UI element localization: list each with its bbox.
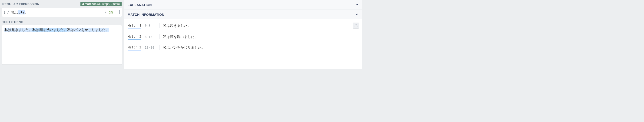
match-label: Match 3	[128, 45, 141, 50]
test-match-2: 私は顔を洗いました。	[32, 28, 67, 32]
test-string-title: TEST STRING	[0, 17, 124, 25]
regex-open-delimiter: /	[7, 10, 9, 15]
regex-section-title: REGULAR EXPRESSION	[2, 2, 40, 6]
regex-input-bar[interactable]: / 私は.+?。 / gm	[2, 8, 122, 17]
test-string-input[interactable]: 私は起きました。私は顔を洗いました。私はパンをかじりました。	[2, 25, 122, 65]
test-match-1: 私は起きました。	[4, 28, 32, 32]
match-text: 私は顔を洗いました。	[163, 35, 198, 39]
match-range: 18-30	[144, 46, 156, 49]
left-pane: REGULAR EXPRESSION 3 matches (33 steps, …	[0, 0, 124, 69]
copy-icon[interactable]	[116, 11, 120, 14]
regex-pattern-input[interactable]: 私は.+?。	[11, 10, 103, 15]
regex-quantifier-highlight: .+?	[18, 10, 25, 15]
export-icon[interactable]	[353, 23, 359, 29]
explanation-panel: EXPLANATION	[124, 0, 362, 10]
match-steps: (33 steps, 0.0ms)	[97, 2, 120, 6]
drag-handle-icon[interactable]	[4, 11, 5, 14]
divider	[160, 23, 160, 28]
match-text: 私はパンをかじりました。	[163, 45, 205, 50]
match-count-badge: 3 matches (33 steps, 0.0ms)	[80, 2, 122, 6]
regex-close-delimiter: /	[104, 10, 107, 15]
match-row[interactable]: Match 3 18-30 私はパンをかじりました。	[124, 43, 362, 53]
match-label: Match 1	[128, 24, 141, 28]
match-info-panel: MATCH INFORMATION Match 1 0-8 私は起きました。 M…	[124, 10, 362, 56]
regex-flags[interactable]: gm	[108, 10, 113, 15]
right-pane: EXPLANATION MATCH INFORMATION Match 1 0-…	[124, 0, 362, 69]
regex-header-row: REGULAR EXPRESSION 3 matches (33 steps, …	[0, 0, 124, 8]
test-match-3: 私はパンをかじりました。	[67, 28, 109, 32]
chevron-up-icon	[355, 2, 359, 7]
match-row[interactable]: Match 2 8-18 私は顔を洗いました。	[124, 32, 362, 43]
match-row[interactable]: Match 1 0-8 私は起きました。	[124, 20, 362, 32]
match-info-header[interactable]: MATCH INFORMATION	[124, 10, 362, 19]
divider	[160, 34, 160, 39]
divider	[160, 45, 160, 50]
explanation-header[interactable]: EXPLANATION	[124, 0, 362, 10]
match-count: 3 matches	[82, 2, 96, 6]
match-info-title: MATCH INFORMATION	[128, 13, 164, 17]
match-range: 8-18	[144, 35, 156, 39]
match-text: 私は起きました。	[163, 24, 191, 28]
match-range: 0-8	[144, 24, 156, 28]
match-label: Match 2	[128, 35, 141, 39]
chevron-down-icon	[355, 12, 359, 17]
explanation-title: EXPLANATION	[128, 3, 152, 7]
match-list: Match 1 0-8 私は起きました。 Match 2 8-18 私は顔を洗い…	[124, 19, 362, 56]
